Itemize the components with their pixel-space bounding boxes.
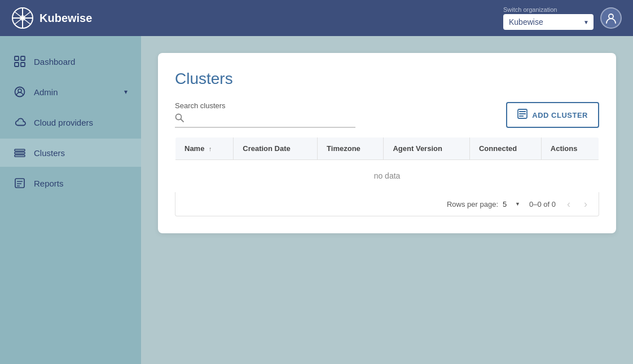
search-section: Search clusters — [175, 101, 355, 128]
sidebar-item-dashboard[interactable]: Dashboard — [0, 47, 141, 76]
col-creation-date: Creation Date — [234, 137, 318, 160]
no-data-row: no data — [175, 160, 599, 192]
page-title: Clusters — [175, 70, 599, 88]
rows-select-wrapper[interactable]: 5 10 25 — [503, 200, 520, 208]
add-cluster-label: ADD CLUSTER — [532, 111, 588, 119]
sidebar-item-label: Cloud providers — [34, 118, 93, 127]
svg-rect-10 — [21, 63, 25, 66]
sidebar-item-label: Dashboard — [34, 57, 75, 66]
org-select-wrapper[interactable]: Kubewise — [503, 14, 594, 30]
svg-rect-8 — [21, 56, 25, 60]
svg-point-5 — [20, 15, 25, 21]
col-actions: Actions — [541, 137, 599, 160]
sort-asc-icon: ↑ — [209, 145, 212, 152]
no-data-cell: no data — [175, 160, 599, 192]
cloud-icon — [14, 116, 26, 128]
admin-icon — [14, 86, 26, 98]
svg-point-6 — [609, 14, 613, 19]
search-label: Search clusters — [175, 101, 355, 110]
svg-rect-14 — [15, 152, 25, 154]
table-footer: Rows per page: 5 10 25 0–0 of 0 ‹ › — [175, 192, 599, 216]
user-icon — [605, 12, 617, 24]
org-switcher: Switch organization Kubewise — [503, 6, 594, 30]
add-cluster-button[interactable]: ADD CLUSTER — [506, 102, 599, 128]
chevron-down-icon: ▾ — [124, 88, 128, 96]
svg-rect-13 — [15, 149, 25, 151]
sidebar-item-label: Reports — [34, 179, 64, 188]
org-select[interactable]: Kubewise — [503, 14, 594, 30]
prev-page-button[interactable]: ‹ — [565, 198, 573, 210]
svg-rect-15 — [15, 155, 25, 157]
svg-rect-24 — [519, 113, 526, 114]
main-area: Dashboard Admin ▾ Cloud providers — [0, 36, 633, 364]
sidebar-item-clusters[interactable]: Clusters — [0, 139, 141, 167]
svg-rect-9 — [15, 63, 19, 66]
sidebar-item-admin[interactable]: Admin ▾ — [0, 78, 141, 106]
rows-per-page: Rows per page: 5 10 25 — [447, 200, 520, 208]
logo-icon — [11, 7, 34, 29]
brand-name: Kubewise — [39, 12, 92, 25]
svg-line-21 — [181, 119, 184, 122]
sidebar-item-label: Admin — [34, 87, 58, 97]
col-connected: Connected — [469, 137, 541, 160]
brand: Kubewise — [11, 7, 92, 29]
svg-rect-7 — [15, 56, 19, 60]
col-timezone: Timezone — [318, 137, 384, 160]
rows-per-page-label: Rows per page: — [447, 200, 498, 208]
pagination-info: 0–0 of 0 — [529, 200, 556, 208]
clusters-icon — [14, 147, 26, 159]
svg-rect-25 — [519, 116, 524, 117]
navbar: Kubewise Switch organization Kubewise — [0, 0, 633, 36]
search-input[interactable] — [188, 114, 355, 123]
dashboard-icon — [14, 55, 26, 68]
rows-per-page-select[interactable]: 5 10 25 — [503, 200, 520, 208]
svg-rect-23 — [519, 111, 526, 112]
reports-icon — [14, 177, 26, 189]
navbar-right: Switch organization Kubewise — [503, 6, 622, 30]
user-avatar[interactable] — [600, 7, 622, 29]
next-page-button[interactable]: › — [582, 198, 590, 210]
svg-point-12 — [18, 89, 21, 92]
search-input-wrapper — [175, 113, 355, 128]
sidebar-item-cloud-providers[interactable]: Cloud providers — [0, 108, 141, 136]
content-area: Clusters Search clusters — [141, 36, 633, 364]
toolbar: Search clusters — [175, 101, 599, 128]
clusters-table: Name ↑ Creation Date Timezone Agent Vers… — [175, 137, 599, 192]
sidebar: Dashboard Admin ▾ Cloud providers — [0, 36, 141, 364]
sidebar-item-label: Clusters — [34, 148, 65, 158]
org-label: Switch organization — [503, 6, 557, 13]
search-icon — [175, 113, 184, 125]
col-name[interactable]: Name ↑ — [175, 137, 234, 160]
col-agent-version: Agent Version — [384, 137, 469, 160]
sidebar-item-reports[interactable]: Reports — [0, 169, 141, 197]
add-cluster-icon — [517, 109, 528, 121]
clusters-card: Clusters Search clusters — [158, 53, 616, 233]
